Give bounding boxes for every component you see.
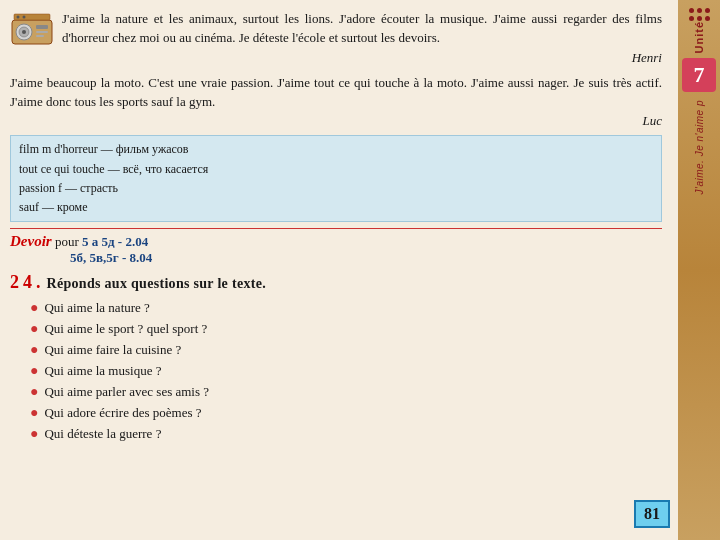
vocab-item-1: film m d'horreur — фильм ужасов <box>19 140 653 159</box>
luc-section: J'aime beaucoup la moto. C'est une vraie… <box>10 74 662 130</box>
luc-author: Luc <box>10 113 662 129</box>
question-5: Qui aime parler avec ses amis ? <box>44 382 209 402</box>
devoir-section: Devoir pour 5 а 5д - 2.04 5б, 5в,5г - 8.… <box>10 228 662 266</box>
unit-number: 7 <box>682 58 716 92</box>
bullet-icon: ● <box>30 402 38 423</box>
bullet-icon: ● <box>30 360 38 381</box>
devoir-line1: Devoir pour 5 а 5д - 2.04 <box>10 233 662 250</box>
list-item: ●Qui aime le sport ? quel sport ? <box>30 318 662 339</box>
questions-list: ●Qui aime la nature ? ●Qui aime le sport… <box>10 297 662 444</box>
bullet-icon: ● <box>30 423 38 444</box>
bullet-icon: ● <box>30 381 38 402</box>
exercise-number-2: 4 <box>23 272 32 293</box>
svg-rect-6 <box>36 35 44 37</box>
svg-point-3 <box>22 30 26 34</box>
exercise-dot: . <box>36 272 41 293</box>
exercise-section: 2 4 . Réponds aux questions sur le texte… <box>10 272 662 444</box>
sidebar-decoration <box>689 8 710 21</box>
sidebar-vertical-text: J'aime. Je n'aime p <box>694 100 705 194</box>
main-content: J'aime la nature et les animaux, surtout… <box>0 0 678 540</box>
svg-rect-4 <box>36 25 48 29</box>
devoir-line2: 5б, 5в,5г - 8.04 <box>70 250 662 266</box>
exercise-number: 2 <box>10 272 19 293</box>
page-number: 81 <box>644 505 660 523</box>
bullet-icon: ● <box>30 339 38 360</box>
right-sidebar: Unité 7 J'aime. Je n'aime p <box>678 0 720 540</box>
page-number-badge: 81 <box>634 500 670 528</box>
henri-text-block: J'aime la nature et les animaux, surtout… <box>62 10 662 66</box>
henri-author: Henri <box>62 50 662 66</box>
vocab-item-3: passion f — страсть <box>19 179 653 198</box>
radio-icon <box>10 12 54 48</box>
question-7: Qui déteste la guerre ? <box>44 424 161 444</box>
question-4: Qui aime la musique ? <box>44 361 161 381</box>
list-item: ●Qui aime la musique ? <box>30 360 662 381</box>
svg-point-9 <box>23 16 26 19</box>
luc-paragraph: J'aime beaucoup la moto. C'est une vraie… <box>10 74 662 112</box>
page-container: Unité 7 J'aime. Je n'aime p J'aime la na… <box>0 0 720 540</box>
pour-label: pour <box>52 234 82 249</box>
question-1: Qui aime la nature ? <box>44 298 149 318</box>
vocabulary-box: film m d'horreur — фильм ужасов tout ce … <box>10 135 662 222</box>
list-item: ●Qui aime parler avec ses amis ? <box>30 381 662 402</box>
exercise-header: 2 4 . Réponds aux questions sur le texte… <box>10 272 662 293</box>
unit-label: Unité <box>693 21 705 54</box>
devoir-label: Devoir <box>10 233 52 249</box>
question-3: Qui aime faire la cuisine ? <box>44 340 181 360</box>
svg-point-8 <box>17 16 20 19</box>
exercise-instruction: Réponds aux questions sur le texte. <box>47 276 267 292</box>
vocab-item-4: sauf — кроме <box>19 198 653 217</box>
henri-section: J'aime la nature et les animaux, surtout… <box>10 10 662 66</box>
list-item: ●Qui aime la nature ? <box>30 297 662 318</box>
assignment2: 5б, 5в,5г - 8.04 <box>70 250 152 265</box>
list-item: ●Qui déteste la guerre ? <box>30 423 662 444</box>
list-item: ●Qui adore écrire des poèmes ? <box>30 402 662 423</box>
assignment1: 5 а 5д - 2.04 <box>82 234 148 249</box>
bullet-icon: ● <box>30 297 38 318</box>
vocab-item-2: tout ce qui touche — всё, что касается <box>19 160 653 179</box>
bullet-icon: ● <box>30 318 38 339</box>
question-6: Qui adore écrire des poèmes ? <box>44 403 201 423</box>
list-item: ●Qui aime faire la cuisine ? <box>30 339 662 360</box>
svg-rect-5 <box>36 31 48 33</box>
henri-paragraph: J'aime la nature et les animaux, surtout… <box>62 10 662 48</box>
question-2: Qui aime le sport ? quel sport ? <box>44 319 207 339</box>
